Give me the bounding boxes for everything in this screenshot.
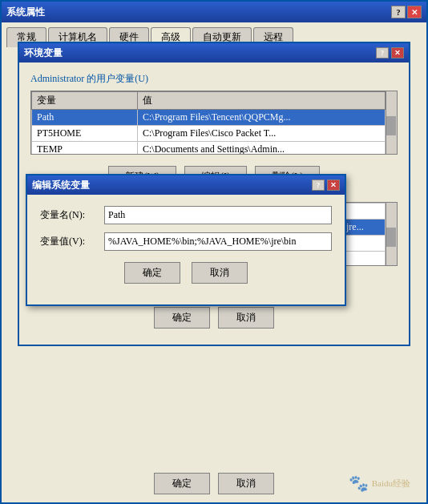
user-var-val-0: C:\Program Files\Tencent\QQPCMg... xyxy=(137,110,385,126)
table-row[interactable]: PT5HOME C:\Program Files\Cisco Packet T.… xyxy=(32,126,386,142)
edit-title: 编辑系统变量 xyxy=(32,179,90,192)
main-title-bar: 系统属性 ? ✕ xyxy=(2,2,426,22)
main-ok-button[interactable]: 确定 xyxy=(154,473,210,494)
env-close-button[interactable]: ✕ xyxy=(391,47,404,58)
var-name-row: 变量名(N): xyxy=(40,206,332,224)
env-help-button[interactable]: ? xyxy=(376,47,389,58)
var-name-label: 变量名(N): xyxy=(40,208,104,222)
main-close-button[interactable]: ✕ xyxy=(407,6,422,18)
edit-title-bar: 编辑系统变量 ? ✕ xyxy=(27,175,345,195)
baidu-paw-icon: 🐾 xyxy=(349,474,369,493)
user-vars-scroll-thumb xyxy=(386,116,396,135)
user-var-val-2: C:\Documents and Settings\Admin... xyxy=(137,142,385,155)
edit-ok-button[interactable]: 确定 xyxy=(124,262,180,284)
sys-vars-scroll-thumb xyxy=(386,228,396,247)
col-header-val: 值 xyxy=(137,92,385,110)
watermark: 🐾 Baidu经验 xyxy=(349,474,410,493)
edit-title-buttons: ? ✕ xyxy=(312,179,340,191)
edit-dialog-buttons: 确定 取消 xyxy=(40,259,332,293)
env-cancel-button[interactable]: 取消 xyxy=(218,307,274,329)
var-value-input[interactable] xyxy=(104,232,332,251)
edit-system-variable-dialog: 编辑系统变量 ? ✕ 变量名(N): 变量值(V): 确定 取消 xyxy=(26,174,346,306)
sys-vars-scrollbar[interactable] xyxy=(386,203,397,265)
user-var-val-1: C:\Program Files\Cisco Packet T... xyxy=(137,126,385,142)
env-ok-cancel-area: 确定 取消 xyxy=(30,307,398,335)
user-var-name-2: TEMP xyxy=(32,142,138,155)
env-title-bar: 环境变量 ? ✕ xyxy=(19,43,409,62)
table-row[interactable]: TEMP C:\Documents and Settings\Admin... xyxy=(32,142,386,155)
user-vars-table: 变量 值 Path C:\Program Files\Tencent\QQPCM… xyxy=(31,91,386,155)
edit-content: 变量名(N): 变量值(V): 确定 取消 xyxy=(27,195,345,304)
watermark-label: Baidu经验 xyxy=(372,478,410,490)
env-title-buttons: ? ✕ xyxy=(376,47,404,58)
col-header-var: 变量 xyxy=(32,92,138,110)
edit-close-button[interactable]: ✕ xyxy=(327,179,340,191)
var-value-label: 变量值(V): xyxy=(40,235,104,248)
env-ok-button[interactable]: 确定 xyxy=(154,307,210,329)
table-row[interactable]: Path C:\Program Files\Tencent\QQPCMg... xyxy=(32,110,386,126)
main-cancel-button[interactable]: 取消 xyxy=(218,473,274,494)
var-value-row: 变量值(V): xyxy=(40,232,332,251)
edit-help-button[interactable]: ? xyxy=(312,179,325,191)
user-var-name-1: PT5HOME xyxy=(32,126,138,142)
user-var-name-0: Path xyxy=(32,110,138,126)
main-title: 系统属性 xyxy=(6,6,45,19)
user-vars-scrollbar[interactable] xyxy=(386,91,397,154)
user-vars-table-container: 变量 值 Path C:\Program Files\Tencent\QQPCM… xyxy=(30,91,398,155)
main-title-buttons: ? ✕ xyxy=(391,6,422,18)
user-vars-title: Administrator 的用户变量(U) xyxy=(30,72,398,86)
main-system-properties-window: 系统属性 ? ✕ 常规 计算机名 硬件 高级 自动更新 远程 环境变量 ? ✕ … xyxy=(0,0,428,504)
env-title: 环境变量 xyxy=(24,46,63,60)
main-help-button[interactable]: ? xyxy=(391,6,406,18)
edit-cancel-button[interactable]: 取消 xyxy=(192,262,248,284)
main-ok-cancel-area: 确定 取消 xyxy=(154,473,274,494)
var-name-input[interactable] xyxy=(104,206,332,224)
